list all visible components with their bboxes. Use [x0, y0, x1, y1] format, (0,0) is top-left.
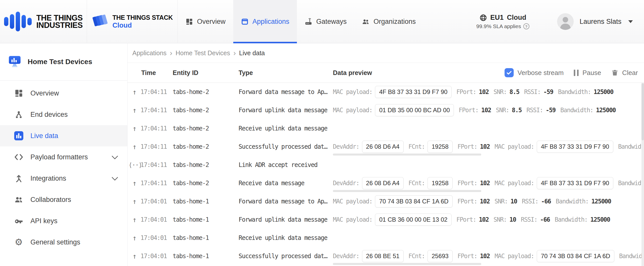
- preview-segment: Bandwidth:125000: [619, 253, 641, 260]
- preview-segment: SNR:8.5: [493, 88, 519, 96]
- event-entity-id: tabs-home-2: [173, 180, 209, 187]
- tab-gateways[interactable]: Gateways: [297, 0, 354, 43]
- preview-value: 102: [479, 216, 489, 223]
- sidebar-item-integrations[interactable]: Integrations: [0, 168, 127, 189]
- preview-segment: FPort:102: [456, 216, 489, 223]
- horizontal-scrollbar[interactable]: [333, 190, 481, 192]
- uplink-arrow-icon: ↑: [129, 106, 140, 115]
- preview-label: FCnt:: [408, 253, 425, 260]
- app-title: Home Test Devices: [28, 58, 92, 66]
- payload-box[interactable]: 70 74 3B 03 84 CF 1A 6D: [537, 250, 614, 262]
- payload-box[interactable]: 4F B8 37 33 31 D9 F7 90: [375, 86, 452, 98]
- table-row[interactable]: ↑17:04:11tabs-home-2Successfully process…: [128, 138, 644, 156]
- verbose-stream-toggle[interactable]: Verbose stream: [505, 68, 564, 77]
- pause-icon: [574, 70, 579, 76]
- sidebar-item-overview[interactable]: Overview: [0, 83, 127, 104]
- preview-value: 10: [509, 216, 516, 223]
- stream-controls: Verbose stream Pause Clear: [505, 68, 638, 77]
- preview-label: DevAddr:: [333, 143, 359, 150]
- tts-cards-logo-icon: [92, 13, 109, 30]
- table-row[interactable]: ↑17:04:11tabs-home-2Forward uplink data …: [128, 101, 644, 119]
- payload-box[interactable]: 4F B8 37 33 31 D9 F7 90: [537, 177, 613, 189]
- adr-brackets-icon: ⟨··⟩: [129, 161, 140, 169]
- table-row[interactable]: ↑17:04:11tabs-home-2Forward data message…: [128, 83, 644, 101]
- cluster-selector[interactable]: EU1 Cloud 99.9% SLA applies ?: [476, 14, 529, 29]
- event-type: Forward uplink data message: [239, 216, 327, 223]
- preview-label: DevAddr:: [333, 180, 359, 187]
- preview-segment: MAC payload:4F B8 37 33 31 D9 F7 90: [495, 177, 613, 189]
- payload-box[interactable]: 70 74 3B 03 84 CF 1A 6D: [375, 195, 453, 207]
- sidebar-item-payload-formatters[interactable]: Payload formatters: [0, 146, 127, 168]
- event-type: Receive data message: [239, 180, 304, 187]
- payload-box[interactable]: 19258: [427, 177, 453, 189]
- preview-label: SNR:: [494, 198, 508, 205]
- people-icon: [362, 18, 370, 26]
- preview-label: MAC payload:: [333, 198, 372, 205]
- sidebar-item-label: General settings: [30, 238, 80, 246]
- preview-segment: MAC payload:01 DB 35 00 00 BC AD 00: [333, 104, 454, 116]
- clear-button[interactable]: Clear: [611, 69, 638, 77]
- tab-label: Gateways: [316, 18, 347, 26]
- payload-box[interactable]: 01 CB 36 00 00 0E 13 02: [375, 214, 452, 226]
- payload-box[interactable]: 01 DB 35 00 00 BC AD 00: [375, 104, 454, 116]
- payload-box[interactable]: 19258: [427, 141, 453, 153]
- preview-segment: FPort:102: [457, 253, 490, 260]
- vertical-scrollbar[interactable]: [641, 83, 644, 266]
- preview-label: MAC payload:: [333, 216, 372, 223]
- horizontal-scrollbar[interactable]: [333, 154, 481, 156]
- gear-icon: ⚙: [14, 238, 23, 247]
- tab-applications[interactable]: Applications: [233, 0, 297, 43]
- preview-label: Bandwidth:: [560, 107, 593, 114]
- sidebar-item-collaborators[interactable]: Collaborators: [0, 189, 127, 210]
- horizontal-scrollbar[interactable]: [333, 263, 481, 265]
- payload-box[interactable]: 26 08 BE 51: [362, 250, 404, 262]
- payload-box[interactable]: 4F B8 37 33 31 D9 F7 90: [537, 141, 613, 153]
- app-dashboard-icon: [8, 55, 21, 68]
- payload-box[interactable]: 26 08 D6 A4: [362, 177, 404, 189]
- preview-segment: FPort:102: [457, 198, 490, 205]
- table-row[interactable]: ↑17:04:01tabs-home-1Forward uplink data …: [128, 211, 644, 229]
- main-nav: OverviewApplicationsGatewaysOrganization…: [178, 0, 423, 43]
- question-icon[interactable]: ?: [523, 23, 529, 29]
- sidebar-item-live-data[interactable]: Live data: [0, 125, 127, 146]
- table-row[interactable]: ↑17:04:01tabs-home-1Forward data message…: [128, 192, 644, 211]
- tab-label: Applications: [253, 18, 290, 26]
- table-row[interactable]: ↑17:04:01tabs-home-1Successfully process…: [128, 247, 644, 265]
- table-header: Time Entity ID Type Data preview Verbose…: [128, 63, 644, 83]
- preview-segment: MAC payload:4F B8 37 33 31 D9 F7 90: [495, 141, 613, 153]
- table-row[interactable]: ↑17:04:01tabs-home-1Receive uplink data …: [128, 229, 644, 247]
- breadcrumb-item-home-test-devices[interactable]: Home Test Devices: [175, 49, 230, 57]
- chevron-down-icon: [628, 20, 633, 23]
- sidebar-item-end-devices[interactable]: End devices: [0, 104, 127, 125]
- event-time: 17:04:01: [140, 216, 167, 223]
- tab-organizations[interactable]: Organizations: [354, 0, 423, 43]
- table-row[interactable]: ⟨··⟩17:04:11tabs-home-2Link ADR accept r…: [128, 156, 644, 174]
- preview-segment: Bandwidth:125000: [560, 107, 616, 114]
- preview-label: MAC payload:: [333, 107, 372, 114]
- breadcrumb: Applications›Home Test Devices›Live data: [128, 43, 644, 63]
- event-data-preview: MAC payload:70 74 3B 03 84 CF 1A 6DFPort…: [333, 192, 641, 211]
- table-row[interactable]: ↑17:04:11tabs-home-2Receive uplink data …: [128, 119, 644, 138]
- user-menu[interactable]: Laurens Slats: [546, 13, 644, 30]
- event-data-preview: [333, 229, 641, 247]
- things-industries-brand[interactable]: THE THINGS INDUSTRIES: [0, 0, 87, 43]
- event-time: 17:04:11: [140, 88, 167, 96]
- payload-box[interactable]: 26 08 D6 A4: [362, 141, 404, 153]
- tab-overview[interactable]: Overview: [178, 0, 233, 43]
- sidebar-item-general-settings[interactable]: ⚙General settings: [0, 232, 127, 253]
- breadcrumb-item-applications[interactable]: Applications: [132, 49, 167, 57]
- uplink-arrow-icon: ↑: [129, 197, 140, 206]
- preview-value: 102: [479, 88, 489, 96]
- scrollbar-thumb[interactable]: [641, 83, 644, 140]
- payload-box[interactable]: 25693: [427, 250, 453, 262]
- table-row[interactable]: ↑17:04:11tabs-home-2Receive data message…: [128, 174, 644, 192]
- things-stack-brand[interactable]: THE THINGS STACK Cloud: [87, 0, 178, 43]
- preview-label: Bandwidth:: [619, 253, 641, 260]
- sidebar-item-label: End devices: [30, 111, 68, 119]
- sidebar-item-api-keys[interactable]: API keys: [0, 210, 127, 232]
- column-header-time: Time: [141, 69, 156, 77]
- app-header[interactable]: Home Test Devices: [0, 43, 127, 81]
- pause-button[interactable]: Pause: [574, 69, 601, 77]
- checkbox-checked-icon[interactable]: [505, 68, 514, 77]
- breadcrumb-separator-icon: ›: [230, 49, 239, 57]
